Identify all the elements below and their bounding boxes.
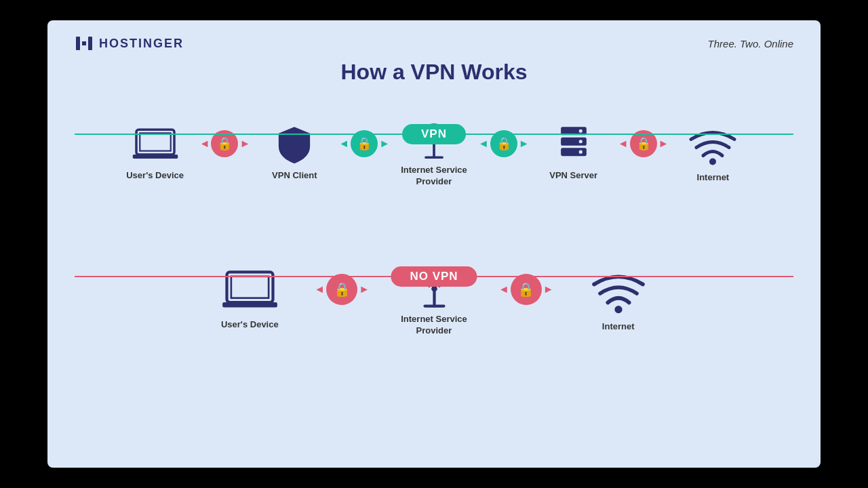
svg-rect-1 <box>82 41 86 45</box>
logo-text: HOSTINGER <box>99 37 184 51</box>
tagline: Three. Two. Online <box>708 38 793 49</box>
svg-rect-4 <box>140 134 171 151</box>
main-card: HOSTINGER Three. Two. Online How a VPN W… <box>47 20 821 468</box>
logo-icon <box>75 34 94 53</box>
vpn-device-label: User's Device <box>126 170 184 182</box>
wifi-icon-novpn <box>588 265 649 316</box>
shield-icon <box>271 124 318 165</box>
vpn-server-label: VPN Server <box>549 170 597 182</box>
svg-rect-2 <box>88 37 92 50</box>
page-title: How a VPN Works <box>75 60 793 85</box>
svg-rect-5 <box>132 155 178 159</box>
novpn-device-label: User's Device <box>221 319 279 331</box>
novpn-node-internet: Internet <box>568 265 669 333</box>
vpn-internet-label: Internet <box>697 172 730 184</box>
novpn-connector-2: ◄ 🔒 ► <box>498 274 554 305</box>
laptop-icon-novpn <box>221 266 279 314</box>
vpn-node-internet: Internet <box>669 123 757 184</box>
novpn-connector-1: ◄ 🔒 ► <box>314 274 370 305</box>
vpn-badge: VPN <box>402 124 466 144</box>
svg-rect-10 <box>561 138 587 146</box>
novpn-isp-label: Internet ServiceProvider <box>401 314 467 337</box>
novpn-internet-label: Internet <box>602 321 635 333</box>
svg-point-14 <box>578 150 582 154</box>
svg-point-12 <box>578 129 582 133</box>
vpn-isp-label: Internet ServiceProvider <box>401 165 467 188</box>
laptop-icon <box>132 124 179 165</box>
logo: HOSTINGER <box>75 34 184 53</box>
novpn-badge: NO VPN <box>391 266 477 287</box>
svg-rect-11 <box>561 148 587 157</box>
svg-rect-17 <box>231 277 269 298</box>
vpn-section: VPN User's Device ◄ 🔒 ► <box>75 119 793 227</box>
svg-rect-18 <box>222 303 277 308</box>
header: HOSTINGER Three. Two. Online <box>75 34 793 53</box>
novpn-section: NO VPN User's Device ◄ 🔒 ► <box>75 261 793 376</box>
svg-point-15 <box>709 158 716 165</box>
novpn-lock-1: 🔒 <box>326 274 357 305</box>
svg-rect-0 <box>76 37 80 50</box>
svg-point-13 <box>578 140 582 144</box>
vpn-client-label: VPN Client <box>272 170 317 182</box>
wifi-icon <box>686 123 740 167</box>
novpn-lock-2: 🔒 <box>511 274 542 305</box>
svg-point-22 <box>614 306 622 313</box>
server-icon <box>550 124 597 165</box>
